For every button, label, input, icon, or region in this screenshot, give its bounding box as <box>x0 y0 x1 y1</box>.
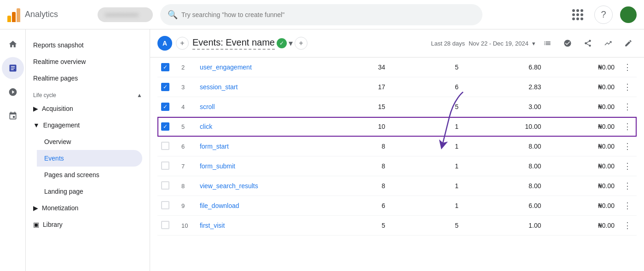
topbar-right: ? <box>569 6 637 24</box>
search-bar[interactable]: 🔍 <box>160 4 482 25</box>
share-button[interactable] <box>580 35 596 52</box>
add-filter-button[interactable]: + <box>295 37 307 50</box>
checkbox-row-2[interactable]: ✓ <box>161 63 169 71</box>
table-row[interactable]: ✓4scroll1553.00₦0.00⋮ <box>157 97 637 117</box>
event-name-link[interactable]: form_submit <box>200 162 235 170</box>
nav-events[interactable]: Events <box>37 150 142 167</box>
more-options-button[interactable]: ⋮ <box>622 82 633 92</box>
lifecycle-section-label[interactable]: Life cycle ▲ <box>26 86 150 100</box>
row-number: 8 <box>178 176 196 196</box>
avatar[interactable] <box>620 6 637 23</box>
table-row[interactable]: ✓3session_start1762.83₦0.00⋮ <box>157 77 637 97</box>
checkbox-row-9[interactable] <box>161 201 169 209</box>
title-dropdown-icon[interactable]: ▾ <box>289 38 293 48</box>
sidebar-nav: Reports snapshot Realtime overview Realt… <box>26 29 150 271</box>
edit-button[interactable] <box>620 35 637 52</box>
checkbox-row-6[interactable] <box>161 142 169 150</box>
home-nav-icon[interactable] <box>2 33 24 55</box>
row-number: 5 <box>178 117 196 137</box>
nav-overview[interactable]: Overview <box>37 133 142 150</box>
row-checkbox-cell <box>157 196 178 216</box>
events-table-container: ✓2user_engagement3456.80₦0.00⋮✓3session_… <box>150 58 644 236</box>
total-users-cell: 1 <box>389 176 462 196</box>
date-dropdown-icon: ▾ <box>532 40 535 47</box>
event-name-link[interactable]: user_engagement <box>200 63 252 71</box>
nav-engagement[interactable]: ▼ Engagement <box>26 117 142 133</box>
checkbox-row-5[interactable]: ✓ <box>161 122 169 131</box>
event-name-link[interactable]: scroll <box>200 103 215 110</box>
more-options-button[interactable]: ⋮ <box>622 141 633 151</box>
row-number: 6 <box>178 137 196 156</box>
checkbox-row-10[interactable] <box>161 221 169 229</box>
total-revenue-cell: ₦0.00 <box>545 137 618 156</box>
event-name-link[interactable]: file_download <box>200 202 239 209</box>
nav-realtime-pages[interactable]: Realtime pages <box>26 70 142 86</box>
checkbox-row-4[interactable]: ✓ <box>161 103 169 111</box>
customize-chart-button[interactable] <box>539 35 556 52</box>
table-row[interactable]: 8view_search_results818.00₦0.00⋮ <box>157 176 637 196</box>
nav-library[interactable]: ▣ Library <box>26 216 142 233</box>
grid-dot <box>572 9 575 12</box>
table-row[interactable]: ✓5click10110.00₦0.00⋮ <box>157 117 637 137</box>
event-name-cell: file_download <box>196 196 315 216</box>
table-row[interactable]: 10first_visit551.00₦0.00⋮ <box>157 216 637 236</box>
help-button[interactable]: ? <box>594 6 613 24</box>
account-pill[interactable]: ●●●●●●●●●● <box>98 7 153 22</box>
more-options-button[interactable]: ⋮ <box>622 201 633 211</box>
event-count-cell: 8 <box>315 176 389 196</box>
more-options-button[interactable]: ⋮ <box>622 62 633 72</box>
row-checkbox-cell <box>157 156 178 176</box>
event-name-link[interactable]: first_visit <box>200 222 225 229</box>
event-count-cell: 10 <box>315 117 389 137</box>
trend-button[interactable] <box>600 35 616 52</box>
table-row[interactable]: 6form_start818.00₦0.00⋮ <box>157 137 637 156</box>
checkbox-row-7[interactable] <box>161 161 169 170</box>
comparison-a-badge[interactable]: A <box>157 36 172 51</box>
events-per-session-cell: 6.80 <box>462 58 545 77</box>
more-options-button[interactable]: ⋮ <box>622 181 633 191</box>
header-actions <box>539 35 637 52</box>
table-row[interactable]: 9file_download616.00₦0.00⋮ <box>157 196 637 216</box>
total-revenue-cell: ₦0.00 <box>545 117 618 137</box>
nav-landing-page[interactable]: Landing page <box>37 183 142 200</box>
more-options-button[interactable]: ⋮ <box>622 220 633 231</box>
grid-dot <box>580 13 583 16</box>
explore-nav-icon[interactable] <box>2 81 24 103</box>
table-row[interactable]: ✓2user_engagement3456.80₦0.00⋮ <box>157 58 637 77</box>
more-options-button[interactable]: ⋮ <box>622 121 633 132</box>
table-body: ✓2user_engagement3456.80₦0.00⋮✓3session_… <box>157 58 637 236</box>
main-layout: Reports snapshot Realtime overview Realt… <box>0 29 644 271</box>
nav-acquisition[interactable]: ▶ Acquisition <box>26 100 142 117</box>
grid-dot <box>580 17 583 20</box>
total-revenue-cell: ₦0.00 <box>545 196 618 216</box>
nav-reports-snapshot[interactable]: Reports snapshot <box>26 37 142 53</box>
apps-grid-button[interactable] <box>569 6 587 24</box>
total-users-cell: 5 <box>389 97 462 117</box>
nav-pages-screens[interactable]: Pages and screens <box>37 167 142 183</box>
more-options-button[interactable]: ⋮ <box>622 161 633 171</box>
nav-monetization[interactable]: ▶ Monetization <box>26 200 142 216</box>
event-count-cell: 8 <box>315 137 389 156</box>
event-name-link[interactable]: click <box>200 123 212 130</box>
nav-realtime-overview[interactable]: Realtime overview <box>26 53 142 70</box>
date-range-picker[interactable]: Last 28 days Nov 22 - Dec 19, 2024 ▾ <box>431 40 535 47</box>
advertising-nav-icon[interactable] <box>2 105 24 127</box>
insights-button[interactable] <box>559 35 576 52</box>
add-comparison-button[interactable]: + <box>176 37 189 50</box>
event-name-link[interactable]: session_start <box>200 83 238 91</box>
logo-bar-1 <box>7 16 11 22</box>
event-name-link[interactable]: view_search_results <box>200 182 258 190</box>
app-name: Analytics <box>25 10 58 19</box>
checkbox-row-3[interactable]: ✓ <box>161 83 169 91</box>
search-input[interactable] <box>181 11 475 18</box>
checkbox-row-8[interactable] <box>161 181 169 190</box>
logo-icon <box>7 7 20 22</box>
grid-dot <box>576 17 579 20</box>
more-options-cell: ⋮ <box>618 196 637 216</box>
event-name-link[interactable]: form_start <box>200 143 229 150</box>
table-row[interactable]: 7form_submit818.00₦0.00⋮ <box>157 156 637 176</box>
reports-nav-icon[interactable] <box>2 57 24 79</box>
grid-dot <box>572 13 575 16</box>
events-per-session-cell: 2.83 <box>462 77 545 97</box>
more-options-button[interactable]: ⋮ <box>622 102 633 112</box>
